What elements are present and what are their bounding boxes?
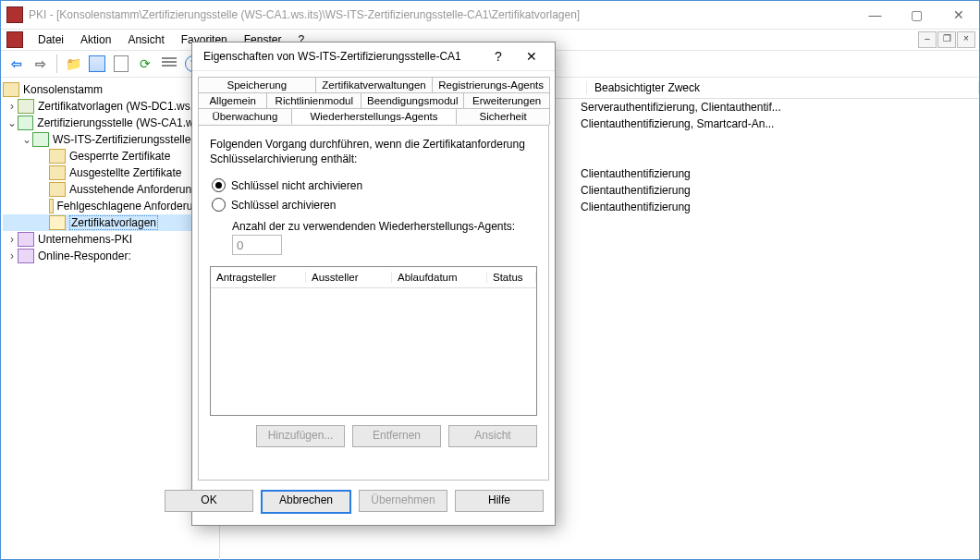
kra-col-status[interactable]: Status <box>487 272 536 283</box>
folder-icon <box>49 199 54 213</box>
tree-pane[interactable]: Konsolenstamm › Zertifikatvorlagen (WS-D… <box>1 78 220 560</box>
folder-icon <box>49 149 66 164</box>
cancel-button[interactable]: Abbrechen <box>261 490 351 514</box>
properties-icon[interactable] <box>111 54 131 74</box>
mdi-close[interactable]: × <box>957 31 975 48</box>
expander-icon[interactable]: › <box>6 100 18 113</box>
maximize-button[interactable]: ▢ <box>896 1 937 29</box>
tab-zertifikatverwaltungen[interactable]: Zertifikatverwaltungen <box>315 77 434 92</box>
menu-ansicht[interactable]: Ansicht <box>120 31 171 48</box>
window-title: PKI - [Konsolenstamm\Zertifizierungsstel… <box>29 8 854 21</box>
folder-icon <box>49 182 66 197</box>
mdi-controls: – ❐ × <box>918 31 979 48</box>
view-button[interactable]: Ansicht <box>448 425 537 447</box>
kra-buttons: Hinzufügen... Entfernen Ansicht <box>210 425 537 447</box>
tab-richtlinienmodul[interactable]: Richtlinienmodul <box>266 92 361 108</box>
pki-icon <box>18 232 34 247</box>
tab-beendigungsmodul[interactable]: Beendigungsmodul <box>361 92 464 108</box>
tree-item-cert-templates[interactable]: Zertifikatvorlagen <box>3 214 217 231</box>
console-icon <box>6 31 23 48</box>
instruction-text: Folgenden Vorgang durchführen, wenn die … <box>210 137 537 166</box>
cert-template-icon <box>18 99 34 114</box>
export-list-icon[interactable] <box>159 54 179 74</box>
kra-col-antragsteller[interactable]: Antragsteller <box>211 272 306 283</box>
dialog-titlebar[interactable]: Eigenschaften von WS-ITS-Zertifizierungs… <box>192 43 555 71</box>
mdi-restore[interactable]: ❐ <box>937 31 956 48</box>
expander-icon[interactable]: ⌄ <box>6 116 18 129</box>
tab-wiederherstellungs-agents[interactable]: Wiederherstellungs-Agents <box>291 108 457 125</box>
tab-ueberwachung[interactable]: Überwachung <box>198 108 292 125</box>
tab-content: Folgenden Vorgang durchführen, wenn die … <box>198 125 549 481</box>
tree-item-pending[interactable]: Ausstehende Anforderungen <box>3 181 217 198</box>
tree-item-ca[interactable]: ⌄ Zertifizierungsstelle (WS-CA1.ws.its) <box>3 115 217 131</box>
dialog-title: Eigenschaften von WS-ITS-Zertifizierungs… <box>203 50 479 63</box>
folder-icon <box>3 82 19 97</box>
tab-speicherung[interactable]: Speicherung <box>198 77 316 92</box>
expander-icon[interactable]: ⌄ <box>21 133 32 146</box>
kra-table-header: Antragsteller Aussteller Ablaufdatum Sta… <box>211 267 536 288</box>
mdi-minimize[interactable]: – <box>918 31 937 48</box>
tree-item-revoked[interactable]: Gesperrte Zertifikate <box>3 148 217 164</box>
add-button[interactable]: Hinzufügen... <box>256 425 345 447</box>
tab-allgemein[interactable]: Allgemein <box>198 92 267 108</box>
app-icon <box>6 6 23 23</box>
agent-count-label: Anzahl der zu verwendenden Wiederherstel… <box>232 220 537 233</box>
up-folder-icon[interactable]: 📁 <box>63 54 83 74</box>
tree-item-ca-instance[interactable]: ⌄ WS-ITS-Zertifizierungsstelle-CA1 <box>3 131 217 148</box>
folder-open-icon <box>49 215 66 230</box>
expander-icon[interactable]: › <box>6 250 18 262</box>
properties-dialog: Eigenschaften von WS-ITS-Zertifizierungs… <box>191 42 556 526</box>
tab-erweiterungen[interactable]: Erweiterungen <box>463 92 550 108</box>
tree-item-enterprise-pki[interactable]: › Unternehmens-PKI <box>3 231 217 248</box>
folder-icon <box>49 165 66 180</box>
help-button[interactable]: Hilfe <box>455 490 544 512</box>
radio-archive[interactable]: Schlüssel archivieren <box>212 198 537 212</box>
menu-datei[interactable]: Datei <box>31 31 71 48</box>
close-button[interactable]: ✕ <box>937 1 979 29</box>
dialog-footer: OK Abbrechen Übernehmen Hilfe <box>192 481 555 525</box>
tree-item-templates[interactable]: › Zertifikatvorlagen (WS-DC1.ws.its) <box>3 98 217 115</box>
radio-no-archive[interactable]: Schlüssel nicht archivieren <box>212 178 537 192</box>
radio-icon <box>212 178 226 192</box>
col-purpose[interactable]: Beabsichtigter Zweck <box>587 81 979 94</box>
toolbar-separator <box>56 55 57 73</box>
ok-button[interactable]: OK <box>165 490 253 512</box>
back-button[interactable]: ⇦ <box>6 54 27 74</box>
dialog-close-button[interactable]: ✕ <box>518 49 545 64</box>
minimize-button[interactable]: — <box>854 1 896 29</box>
radio-label: Schlüssel nicht archivieren <box>231 179 362 192</box>
kra-table[interactable]: Antragsteller Aussteller Ablaufdatum Sta… <box>210 266 537 416</box>
radio-label: Schlüssel archivieren <box>231 199 336 212</box>
main-window: PKI - [Konsolenstamm\Zertifizierungsstel… <box>0 0 980 560</box>
tree-item-issued[interactable]: Ausgestellte Zertifikate <box>3 164 217 181</box>
tree-item-failed[interactable]: Fehlgeschlagene Anforderungen <box>3 198 217 214</box>
forward-button[interactable]: ⇨ <box>31 54 51 74</box>
window-controls: — ▢ ✕ <box>854 1 979 29</box>
kra-col-aussteller[interactable]: Aussteller <box>306 272 392 283</box>
refresh-icon[interactable]: ⟳ <box>135 54 155 74</box>
show-hide-tree-icon[interactable] <box>87 54 107 74</box>
agent-count-input[interactable] <box>232 235 282 255</box>
apply-button[interactable]: Übernehmen <box>359 490 447 512</box>
ca-service-icon <box>18 116 34 130</box>
kra-col-ablaufdatum[interactable]: Ablaufdatum <box>392 272 487 283</box>
ca-instance-icon <box>32 132 49 147</box>
radio-icon <box>212 198 226 212</box>
tab-strip: Speicherung Zertifikatverwaltungen Regis… <box>192 71 555 125</box>
responder-icon <box>18 249 34 263</box>
tree-root[interactable]: Konsolenstamm <box>3 81 217 98</box>
tree-item-online-responder[interactable]: › Online-Responder: <box>3 248 217 264</box>
tab-sicherheit[interactable]: Sicherheit <box>456 108 550 125</box>
menu-aktion[interactable]: Aktion <box>73 31 118 48</box>
tab-registrierungs-agents[interactable]: Registrierungs-Agents <box>432 77 550 92</box>
titlebar: PKI - [Konsolenstamm\Zertifizierungsstel… <box>1 1 979 30</box>
expander-icon[interactable]: › <box>6 233 18 246</box>
dialog-help-button[interactable]: ? <box>484 49 512 64</box>
remove-button[interactable]: Entfernen <box>352 425 441 447</box>
